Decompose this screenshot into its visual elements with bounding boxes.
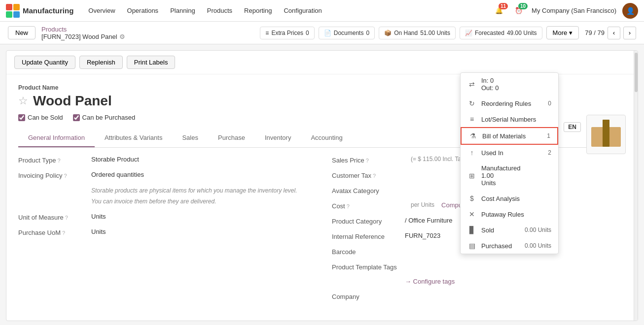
forecasted-icon: 📈: [465, 30, 472, 36]
dropdown-item-lot[interactable]: ≡ Lot/Serial Numbers: [461, 111, 558, 127]
used-in-count: 2: [548, 149, 551, 156]
pager-text: 79 / 79: [585, 29, 605, 36]
product-name[interactable]: Wood Panel: [33, 93, 112, 109]
dropdown-item-cost-analysis[interactable]: $ Cost Analysis: [461, 191, 558, 206]
language-badge[interactable]: EN: [564, 122, 581, 132]
product-image-svg: [589, 117, 623, 152]
scrollbar-thumb[interactable]: [635, 53, 638, 92]
notification-bell[interactable]: 🔔 11: [492, 4, 506, 18]
nav-configuration[interactable]: Configuration: [279, 4, 326, 17]
documents-button[interactable]: 📄 Documents 0: [319, 27, 375, 39]
update-quantity-button[interactable]: Update Quantity: [14, 56, 75, 69]
dropdown-item-manufactured[interactable]: ⊞ Manufactured 1.00 Units: [461, 161, 558, 191]
tab-purchase[interactable]: Purchase: [208, 129, 255, 147]
purchase-uom-help[interactable]: ?: [62, 230, 65, 236]
documents-count: 0: [366, 30, 369, 36]
manufactured-units: Units: [481, 179, 551, 187]
out-text: Out: 0: [481, 84, 551, 92]
forecasted-value: 49.00 Units: [507, 30, 537, 36]
print-labels-button[interactable]: Print Labels: [127, 56, 176, 69]
tab-general-information[interactable]: General Information: [18, 129, 95, 147]
description-text: Storable products are physical items for…: [91, 186, 297, 206]
gear-icon[interactable]: ⚙: [119, 33, 125, 40]
invoicing-policy-label: Invoicing Policy ?: [18, 171, 87, 179]
product-category-value[interactable]: / Office Furniture: [405, 217, 453, 224]
nav-planning[interactable]: Planning: [165, 4, 200, 17]
cost-help[interactable]: ?: [347, 203, 350, 209]
manufactured-label: Manufactured: [481, 164, 551, 172]
tab-attributes-variants[interactable]: Attributes & Variants: [95, 129, 173, 147]
cost-analysis-label: Cost Analysis: [481, 195, 551, 202]
can-be-sold-label: Can be Sold: [28, 114, 63, 121]
extra-prices-button[interactable]: ≡ Extra Prices 0: [260, 27, 314, 39]
favorite-star-icon[interactable]: ☆: [18, 95, 28, 107]
putaway-label: Putaway Rules: [481, 211, 551, 218]
replenish-button[interactable]: Replenish: [79, 56, 123, 69]
uom-field: Unit of Measure ? Units: [18, 213, 312, 221]
svg-rect-1: [13, 4, 20, 10]
pager-prev-button[interactable]: ‹: [608, 27, 620, 39]
dropdown-item-bom[interactable]: ⚗ Bill of Materials 1: [461, 127, 558, 145]
tab-inventory[interactable]: Inventory: [255, 129, 301, 147]
on-hand-value: 51.00 Units: [420, 30, 450, 36]
dropdown-item-inout[interactable]: ⇄ In: 0 Out: 0: [461, 73, 558, 96]
can-be-purchased-checkbox[interactable]: Can be Purchased: [73, 114, 136, 121]
dropdown-item-used-in[interactable]: ↑ Used In 2: [461, 145, 558, 161]
bom-icon: ⚗: [468, 132, 477, 140]
nav-operations[interactable]: Operations: [122, 4, 164, 17]
new-button[interactable]: New: [8, 26, 36, 39]
can-be-sold-checkbox[interactable]: Can be Sold: [18, 114, 63, 121]
form-left: Product Type ? Storable Product Invoicin…: [18, 156, 312, 307]
internal-reference-value[interactable]: FURN_7023: [405, 232, 440, 239]
uom-help[interactable]: ?: [65, 215, 68, 221]
forecasted-button[interactable]: 📈 Forecasted 49.00 Units: [460, 27, 542, 39]
tab-accounting[interactable]: Accounting: [301, 129, 352, 147]
nav-products[interactable]: Products: [202, 4, 237, 17]
company-field: Company: [332, 292, 626, 300]
product-image[interactable]: [586, 115, 626, 154]
sales-price-help[interactable]: ?: [366, 158, 369, 163]
scrollbar[interactable]: [634, 51, 638, 321]
breadcrumb-current: [FURN_7023] Wood Panel ⚙: [41, 33, 125, 40]
dropdown-item-reordering[interactable]: ↻ Reordering Rules 0: [461, 96, 558, 111]
sold-label: Sold: [481, 227, 520, 234]
product-type-value[interactable]: Storable Product: [91, 156, 139, 163]
tab-sales[interactable]: Sales: [172, 129, 208, 147]
configure-tags-link[interactable]: → Configure tags: [405, 278, 455, 285]
dropdown-item-purchased[interactable]: ▤ Purchased 0.00 Units: [461, 238, 558, 254]
invoicing-policy-help[interactable]: ?: [64, 173, 67, 179]
nav-overview[interactable]: Overview: [83, 4, 120, 17]
uom-label: Unit of Measure ?: [18, 213, 87, 221]
more-button[interactable]: More ▾: [546, 26, 579, 39]
dropdown-item-sold[interactable]: ▊ Sold 0.00 Units: [461, 222, 558, 238]
svg-rect-5: [603, 120, 609, 147]
uom-value[interactable]: Units: [91, 213, 106, 220]
used-in-label: Used In: [481, 149, 543, 157]
notification-clock[interactable]: ⏰ 10: [512, 4, 526, 18]
navbar: Manufacturing Overview Operations Planni…: [0, 0, 644, 22]
invoicing-policy-value[interactable]: Ordered quantities: [91, 171, 144, 178]
sold-count: 0.00 Units: [525, 227, 551, 233]
product-type-help[interactable]: ?: [57, 158, 60, 163]
nav-reporting[interactable]: Reporting: [239, 4, 277, 17]
documents-icon: 📄: [324, 30, 331, 36]
company-label: Company: [332, 292, 401, 300]
description-line2: You can invoice them before they are del…: [91, 197, 297, 206]
cost-label: Cost ?: [332, 201, 401, 210]
on-hand-label: On Hand: [394, 30, 418, 36]
brand-icon: [6, 4, 20, 18]
purchase-uom-value[interactable]: Units: [91, 228, 106, 235]
on-hand-button[interactable]: 📦 On Hand 51.00 Units: [379, 27, 456, 39]
company-name: My Company (San Francisco): [532, 7, 616, 14]
lot-icon: ≡: [467, 115, 476, 123]
breadcrumb-title: [FURN_7023] Wood Panel: [41, 33, 117, 40]
product-type-label: Product Type ?: [18, 156, 87, 164]
customer-tax-help[interactable]: ?: [373, 173, 376, 179]
brand[interactable]: Manufacturing: [6, 4, 73, 18]
breadcrumb-parent[interactable]: Products: [41, 26, 125, 33]
pager: 79 / 79 ‹ ›: [585, 27, 636, 39]
pager-next-button[interactable]: ›: [623, 27, 636, 39]
user-avatar[interactable]: 👤: [622, 3, 638, 19]
nav-items: Overview Operations Planning Products Re…: [83, 4, 492, 17]
dropdown-item-putaway[interactable]: ✕ Putaway Rules: [461, 206, 558, 222]
